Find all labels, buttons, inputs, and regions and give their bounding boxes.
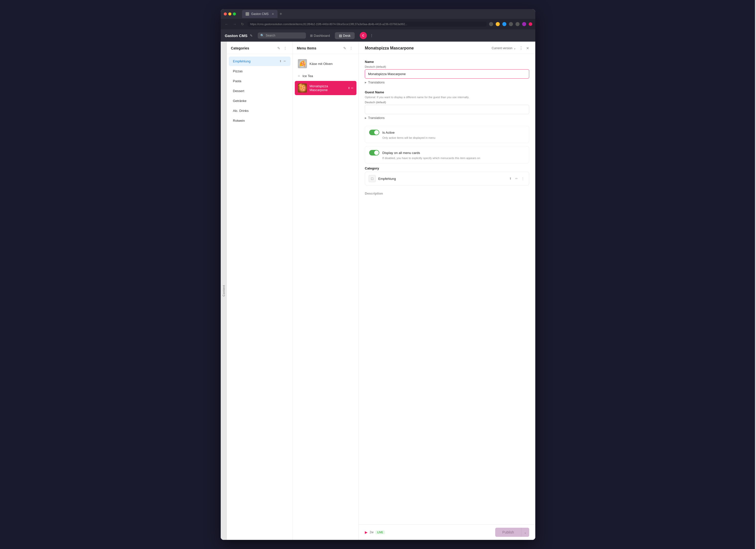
- detail-more-button[interactable]: ⋮: [519, 46, 523, 50]
- publish-dropdown-button[interactable]: ⌄: [521, 528, 529, 537]
- category-item-dessert[interactable]: Dessert ⬆ ✏: [229, 86, 290, 96]
- menu-item-edit-icon[interactable]: ✏: [351, 74, 353, 78]
- search-bar[interactable]: 🔍 Search: [258, 32, 306, 39]
- menu-item-edit-icon[interactable]: ✏: [351, 87, 353, 90]
- sync-icon[interactable]: [502, 22, 506, 26]
- categories-panel: Categories ✎ ⋮ Empfehlung ⬆ ✏ Pizzas ⬆ ✏: [227, 42, 293, 540]
- categories-edit-button[interactable]: ✎: [276, 46, 282, 51]
- is-active-toggle[interactable]: [369, 130, 379, 135]
- categories-list: Empfehlung ⬆ ✏ Pizzas ⬆ ✏ Pasta: [227, 54, 293, 540]
- tab-dashboard[interactable]: ⊞ Dashboard: [306, 32, 334, 39]
- publish-button[interactable]: Publish: [495, 528, 521, 537]
- publish-group: Publish ⌄: [495, 528, 529, 537]
- menu-item-kaese[interactable]: 🧀 Käse mit Oliven ⬆ ✏: [295, 57, 356, 71]
- nav-more-button[interactable]: ⋮: [370, 33, 373, 38]
- category-edit-icon[interactable]: ✏: [514, 176, 519, 181]
- extensions-icon[interactable]: [516, 22, 520, 26]
- detail-panel: Monatspizza Mascarpone Current version ⌄…: [359, 42, 535, 540]
- translations-label: Translations: [368, 81, 385, 84]
- main-content: Content Categories ✎ ⋮ Empfehlung ⬆ ✏ Pi…: [221, 42, 535, 540]
- category-edit-icon[interactable]: ✏: [283, 89, 286, 93]
- close-button[interactable]: [224, 12, 227, 15]
- category-item-pasta[interactable]: Pasta ⬆ ✏: [229, 76, 290, 86]
- guest-name-desc: Optional: If you want to display a diffe…: [365, 96, 529, 99]
- new-tab-button[interactable]: +: [280, 11, 282, 17]
- version-button[interactable]: Current version ⌄: [492, 46, 516, 50]
- tab-title: Gaston CMS: [251, 12, 269, 16]
- category-upload-icon[interactable]: ⬆: [279, 109, 282, 113]
- minimize-button[interactable]: [228, 12, 231, 15]
- menu-item-upload-icon[interactable]: ⬆: [348, 74, 350, 78]
- extension-icon[interactable]: [489, 22, 493, 26]
- category-edit-icon[interactable]: ✏: [283, 79, 286, 83]
- menu-items-edit-button[interactable]: ✎: [342, 46, 348, 51]
- app-logo: Gaston CMS: [225, 33, 247, 38]
- play-icon[interactable]: ▶: [365, 530, 368, 534]
- category-edit-icon[interactable]: ✏: [283, 99, 286, 103]
- category-field-name: Empfehlung: [378, 177, 506, 181]
- category-upload-icon[interactable]: ⬆: [279, 59, 282, 63]
- menu-item-monatspizza[interactable]: 🍕 Monatspizza Mascarpone ⬆ ✏: [295, 81, 356, 95]
- menu-item-upload-icon[interactable]: ⬆: [348, 87, 350, 90]
- bookmark-icon[interactable]: [509, 22, 513, 26]
- profile-icon[interactable]: [522, 22, 526, 26]
- categories-more-button[interactable]: ⋮: [282, 46, 288, 51]
- is-active-desc: Only active items will be displayed in m…: [382, 136, 525, 139]
- category-item-rotwein[interactable]: Rotwein ⬆ ✏: [229, 116, 290, 125]
- edit-logo-button[interactable]: ✎: [250, 34, 253, 38]
- category-item-alc-drinks[interactable]: Alc. Drinks ⬆ ✏: [229, 106, 290, 115]
- drag-handle-icon: ≡: [298, 74, 300, 78]
- name-input[interactable]: [365, 69, 529, 79]
- category-upload-icon[interactable]: ⬆: [279, 118, 282, 123]
- category-name: Pasta: [233, 79, 279, 83]
- url-bar[interactable]: https://cms.gastonsolution.com/desk/item…: [248, 22, 487, 27]
- guest-name-field-section: Guest Name Optional: If you want to disp…: [365, 90, 529, 120]
- category-more-icon[interactable]: ⋮: [520, 176, 525, 181]
- category-edit-icon[interactable]: ✏: [283, 118, 286, 123]
- menu-item-upload-icon[interactable]: ⬆: [348, 62, 350, 65]
- live-badge: LIVE: [375, 530, 385, 534]
- categories-panel-header: Categories ✎ ⋮: [227, 42, 293, 54]
- category-name: Empfehlung: [233, 59, 279, 63]
- name-translations-toggle[interactable]: Translations: [365, 81, 529, 84]
- traffic-lights: [224, 12, 236, 15]
- maximize-button[interactable]: [233, 12, 236, 15]
- category-upload-icon[interactable]: ⬆: [279, 99, 282, 103]
- notifications-icon[interactable]: [529, 22, 532, 26]
- display-all-toggle-header: Display on all menu cards: [369, 150, 525, 156]
- category-upload-icon[interactable]: ⬆: [279, 89, 282, 93]
- category-item-getraenke[interactable]: Getränke ⬆ ✏: [229, 96, 290, 106]
- category-edit-icon[interactable]: ✏: [283, 109, 286, 113]
- category-edit-icon[interactable]: ✏: [283, 59, 286, 63]
- refresh-button[interactable]: ↻: [240, 21, 245, 27]
- tab-desk[interactable]: ▤ Desk: [335, 32, 354, 39]
- tab-close-button[interactable]: ✕: [272, 12, 274, 16]
- detail-close-button[interactable]: ✕: [526, 46, 529, 50]
- guest-name-translations-toggle[interactable]: Translations: [365, 116, 529, 120]
- guest-name-lang-label: Deutsch (default): [365, 101, 529, 104]
- category-edit-icon[interactable]: ✏: [283, 69, 286, 73]
- guest-name-field-label: Guest Name: [365, 90, 529, 94]
- browser-tab[interactable]: Gaston CMS ✕: [242, 10, 278, 18]
- content-sidebar-tab[interactable]: Content: [221, 42, 227, 540]
- detail-scroll-area[interactable]: Name Deutsch (default) Translations Gues…: [359, 54, 535, 524]
- category-upload-icon[interactable]: ⬆: [279, 79, 282, 83]
- nav-avatar[interactable]: C: [360, 32, 367, 39]
- guest-name-input[interactable]: [365, 105, 529, 114]
- menu-items-more-button[interactable]: ⋮: [348, 46, 354, 51]
- menu-item-ice-tea[interactable]: ≡ Ice Tea ⬆ ✏: [295, 71, 356, 80]
- category-name: Dessert: [233, 89, 279, 93]
- menu-item-edit-icon[interactable]: ✏: [351, 62, 353, 65]
- category-item-empfehlung[interactable]: Empfehlung ⬆ ✏: [229, 57, 290, 66]
- category-item-pizzas[interactable]: Pizzas ⬆ ✏: [229, 66, 290, 76]
- title-bar: Gaston CMS ✕ +: [221, 9, 535, 19]
- translations-label: Translations: [368, 116, 385, 120]
- menu-item-image: 🍕: [298, 83, 307, 93]
- display-all-toggle[interactable]: [369, 150, 379, 156]
- back-button[interactable]: ←: [224, 21, 229, 27]
- user-icon[interactable]: [496, 22, 500, 26]
- category-field: □ Empfehlung ⬆ ✏ ⋮: [365, 172, 529, 185]
- category-unlink-icon[interactable]: ⬆: [508, 176, 513, 181]
- category-upload-icon[interactable]: ⬆: [279, 69, 282, 73]
- forward-button[interactable]: →: [232, 21, 237, 27]
